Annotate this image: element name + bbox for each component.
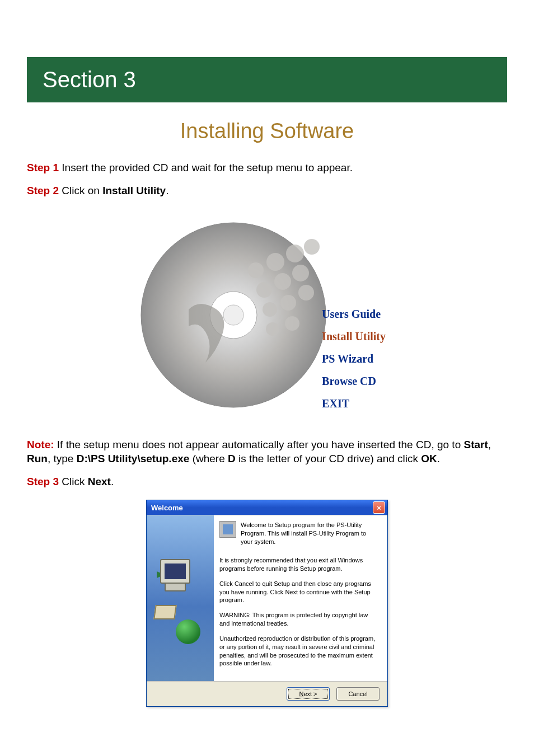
svg-point-10 <box>263 302 277 317</box>
note-text-c: (where <box>189 453 228 464</box>
titlebar-text: Welcome <box>151 504 183 512</box>
titlebar: Welcome × <box>147 500 387 515</box>
autorun-menu: Users Guide Install Utility PS Wizard Br… <box>322 304 386 414</box>
note-text-d: is the letter of your CD drive) and clic… <box>236 453 421 464</box>
step-3-text-a: Click <box>59 476 88 487</box>
svg-point-14 <box>298 285 314 300</box>
dialog-footer: Next > Cancel <box>147 681 387 706</box>
svg-point-13 <box>285 316 299 331</box>
step-1-label: Step 1 <box>27 162 59 173</box>
step-2-label: Step 2 <box>27 185 59 196</box>
step-1-text: Insert the provided CD and wait for the … <box>59 162 353 173</box>
note-b5: OK <box>421 453 437 464</box>
step-2-text-b: . <box>166 185 168 196</box>
svg-point-9 <box>292 265 309 281</box>
step-3: Step 3 Click Next. <box>27 475 507 489</box>
welcome-dialog-wrap: Welcome × Welcome to Setup program for t <box>27 500 507 707</box>
menu-users-guide[interactable]: Users Guide <box>322 304 386 324</box>
setup-icon <box>219 521 236 538</box>
note-b1: Start <box>464 439 488 450</box>
step-1: Step 1 Insert the provided CD and wait f… <box>27 161 507 175</box>
autorun-screenshot: Users Guide Install Utility PS Wizard Br… <box>27 214 507 416</box>
menu-install-utility[interactable]: Install Utility <box>322 326 386 346</box>
menu-ps-wizard[interactable]: PS Wizard <box>322 349 386 369</box>
step-3-bold: Next <box>88 476 111 487</box>
note: Note: If the setup menu does not appear … <box>27 438 507 466</box>
dialog-p3: WARNING: This program is protected by co… <box>219 611 380 628</box>
svg-point-7 <box>256 282 272 298</box>
menu-browse-cd[interactable]: Browse CD <box>322 371 386 391</box>
cancel-button[interactable]: Cancel <box>336 687 380 701</box>
menu-exit[interactable]: EXIT <box>322 393 386 414</box>
dialog-p1: It is strongly recommended that you exit… <box>219 556 380 573</box>
step-3-text-b: . <box>111 476 114 487</box>
note-text-b: , type <box>48 453 77 464</box>
next-rest: ext > <box>303 691 317 697</box>
svg-point-5 <box>286 245 304 262</box>
step-2-bold: Install Utility <box>102 185 166 196</box>
dialog-body: Welcome to Setup program for the PS-Util… <box>147 515 387 681</box>
cd-disc-icon <box>138 220 329 410</box>
svg-point-4 <box>266 253 284 271</box>
next-button[interactable]: Next > <box>287 687 330 701</box>
section-banner: Section 3 <box>27 57 507 102</box>
note-b4: D <box>228 453 236 464</box>
welcome-dialog: Welcome × Welcome to Setup program for t <box>146 500 388 707</box>
dialog-p2: Click Cancel to quit Setup and then clos… <box>219 580 380 605</box>
note-text-a: If the setup menu does not appear automa… <box>54 439 464 450</box>
svg-point-8 <box>274 273 291 290</box>
step-2-text-a: Click on <box>59 185 102 196</box>
dialog-illustration <box>147 515 214 681</box>
dialog-p4: Unauthorized reproduction or distributio… <box>219 635 380 668</box>
svg-point-6 <box>304 239 320 255</box>
page-title: Installing Software <box>27 119 507 143</box>
close-icon: × <box>377 504 381 511</box>
note-sep1: , <box>488 439 491 450</box>
close-button[interactable]: × <box>373 501 385 514</box>
note-text-e: . <box>437 453 440 464</box>
svg-point-3 <box>248 262 264 278</box>
next-mnemonic: N <box>299 691 303 697</box>
step-3-label: Step 3 <box>27 476 59 487</box>
note-label: Note: <box>27 439 54 450</box>
step-2: Step 2 Click on Install Utility. <box>27 184 507 198</box>
dialog-intro: Welcome to Setup program for the PS-Util… <box>241 521 380 546</box>
document-page: Section 3 Installing Software Step 1 Ins… <box>0 57 534 729</box>
note-b2: Run <box>27 453 48 464</box>
svg-point-12 <box>266 322 279 336</box>
svg-point-11 <box>280 295 296 311</box>
svg-point-2 <box>223 305 243 325</box>
note-b3: D:\PS Utility\setup.exe <box>77 453 190 464</box>
dialog-content: Welcome to Setup program for the PS-Util… <box>214 515 387 681</box>
